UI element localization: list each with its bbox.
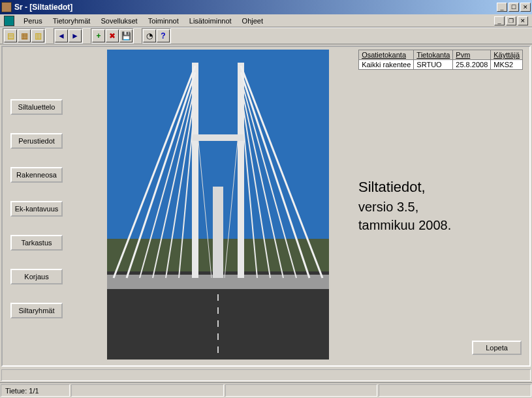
perustiedot-button[interactable]: Perustiedot — [10, 133, 63, 149]
plus-icon: + — [96, 31, 101, 40]
mdi-controls: _ ❐ ✕ — [494, 16, 528, 25]
menu-lisatoiminnot[interactable]: Lisätoiminnot — [184, 16, 237, 26]
mdi-restore-button[interactable]: ❐ — [506, 16, 516, 25]
col-osatietokanta: Osatietokanta — [359, 50, 414, 60]
sheet2-icon: ▥ — [35, 31, 42, 40]
gauge-button[interactable]: ◔ — [143, 29, 156, 42]
version-line1: versio 3.5, — [358, 198, 451, 216]
gauge-icon: ◔ — [146, 31, 153, 40]
x-icon: ✖ — [109, 31, 116, 40]
maximize-icon: ☐ — [511, 4, 516, 10]
menu-tietoryhmat[interactable]: Tietoryhmät — [48, 16, 96, 26]
toolbar-btn-3[interactable]: ▥ — [31, 29, 44, 42]
menu-toiminnot[interactable]: Toiminnot — [143, 16, 184, 26]
info-row: Kaikki rakentee SRTUO 25.8.2008 MKS2 — [359, 60, 523, 70]
content-area: Siltaluettelo Perustiedot Rakenneosa Ek-… — [1, 46, 531, 367]
close-icon: ✕ — [520, 18, 525, 24]
svg-rect-5 — [213, 187, 223, 278]
add-button[interactable]: + — [92, 29, 105, 42]
rakenneosa-button[interactable]: Rakenneosa — [10, 167, 63, 183]
toolbar-btn-2[interactable]: ▦ — [18, 29, 31, 42]
save-icon: 💾 — [121, 31, 131, 40]
toolbar: ▤ ▦ ▥ ◄ ► + ✖ 💾 ◔ ? — [0, 27, 532, 44]
statusbar: Tietue: 1/1 — [0, 382, 532, 398]
menu-sovellukset[interactable]: Sovellukset — [95, 16, 142, 26]
ekkantavuus-button[interactable]: Ek-kantavuus — [10, 201, 63, 217]
menubar: Perus Tietoryhmät Sovellukset Toiminnot … — [0, 14, 532, 27]
right-arrow-icon: ► — [71, 31, 79, 40]
app-icon — [1, 2, 12, 12]
delete-button[interactable]: ✖ — [106, 29, 119, 42]
col-tietokanta: Tietokanta — [414, 50, 453, 60]
close-icon: ✕ — [523, 4, 528, 10]
siltaluettelo-button[interactable]: Siltaluettelo — [10, 99, 63, 115]
window-title: Sr - [Siltatiedot] — [14, 3, 497, 12]
version-line2: tammikuu 2008. — [358, 216, 451, 234]
help-button[interactable]: ? — [157, 29, 170, 42]
info-table: Osatietokanta Tietokanta Pvm Käyttäjä Ka… — [358, 50, 523, 70]
status-cell-2 — [71, 384, 224, 397]
status-tietue: Tietue: 1/1 — [1, 384, 70, 397]
restore-icon: ❐ — [509, 18, 514, 24]
val-pvm: 25.8.2008 — [453, 60, 491, 70]
val-kayttaja: MKS2 — [491, 60, 523, 70]
bridge-svg — [107, 50, 329, 360]
bridge-image — [107, 50, 329, 360]
status-cell-4 — [379, 384, 531, 397]
menu-perus[interactable]: Perus — [18, 16, 48, 26]
left-arrow-icon: ◄ — [57, 31, 65, 40]
mdi-app-icon — [4, 16, 14, 26]
minimize-button[interactable]: _ — [497, 3, 507, 12]
minimize-icon: _ — [497, 18, 501, 24]
col-kayttaja: Käyttäjä — [491, 50, 523, 60]
col-pvm: Pvm — [453, 50, 491, 60]
sheet-icon: ▤ — [7, 31, 14, 40]
nav-next-button[interactable]: ► — [69, 29, 82, 42]
version-title: Siltatiedot, — [358, 177, 451, 198]
tarkastus-button[interactable]: Tarkastus — [10, 235, 63, 251]
val-tietokanta: SRTUO — [414, 60, 453, 70]
minimize-icon: _ — [500, 4, 503, 10]
save-button[interactable]: 💾 — [119, 29, 133, 42]
window-controls: _ ☐ ✕ — [497, 3, 531, 12]
toolbar-btn-1[interactable]: ▤ — [4, 29, 17, 42]
korjaus-button[interactable]: Korjaus — [10, 269, 63, 284]
lopeta-button[interactable]: Lopeta — [472, 341, 522, 355]
titlebar: Sr - [Siltatiedot] _ ☐ ✕ — [0, 0, 532, 14]
svg-rect-8 — [192, 134, 244, 141]
help-icon: ? — [161, 31, 165, 40]
version-block: Siltatiedot, versio 3.5, tammikuu 2008. — [358, 177, 451, 234]
mdi-minimize-button[interactable]: _ — [494, 16, 505, 25]
mdi-close-button[interactable]: ✕ — [518, 16, 528, 25]
sheets-icon: ▦ — [21, 31, 28, 40]
val-osatietokanta: Kaikki rakentee — [359, 60, 414, 70]
status-cell-3 — [225, 384, 378, 397]
close-button[interactable]: ✕ — [520, 3, 531, 12]
nav-prev-button[interactable]: ◄ — [55, 29, 68, 42]
maximize-button[interactable]: ☐ — [509, 3, 519, 12]
sidebar: Siltaluettelo Perustiedot Rakenneosa Ek-… — [10, 99, 63, 318]
bottom-panel — [1, 369, 531, 381]
menu-ohjeet[interactable]: Ohjeet — [237, 16, 268, 26]
siltaryhmat-button[interactable]: Siltaryhmät — [10, 303, 63, 318]
